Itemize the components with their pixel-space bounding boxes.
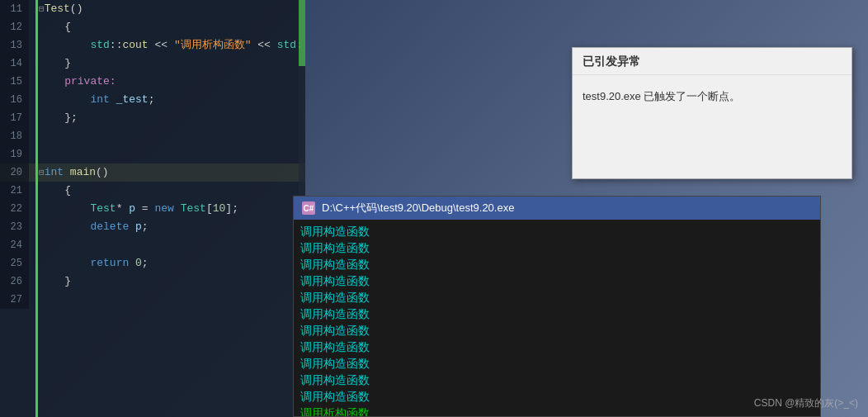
- terminal-line-2: 调用构造函数: [300, 239, 814, 256]
- code-line-26: 26 }: [0, 272, 305, 291]
- code-line-12: 12 {: [0, 18, 305, 36]
- scrollbar-thumb[interactable]: [299, 0, 305, 66]
- terminal-line-12: 调用析构函数: [300, 405, 814, 416]
- exception-titlebar: 已引发异常: [573, 48, 851, 75]
- code-line-11: 11 ⊟Test(): [0, 0, 305, 18]
- code-line-15: 15 private:: [0, 73, 305, 91]
- terminal-line-6: 调用构造函数: [300, 306, 814, 322]
- watermark: CSDN @精致的灰(>_<): [754, 396, 858, 410]
- terminal-line-3: 调用构造函数: [300, 256, 814, 272]
- code-line-22: 22 Test* p = new Test[10];: [0, 200, 305, 218]
- terminal-line-5: 调用构造函数: [300, 289, 814, 306]
- exception-message: test9.20.exe 已触发了一个断点。: [583, 90, 740, 102]
- code-line-24: 24: [0, 236, 305, 254]
- terminal-line-7: 调用构造函数: [300, 322, 814, 339]
- terminal-line-8: 调用构造函数: [300, 339, 814, 355]
- terminal-line-11: 调用构造函数: [300, 388, 814, 405]
- code-line-21: 21 {: [0, 182, 305, 200]
- code-line-25: 25 return 0;: [0, 254, 305, 272]
- code-editor-panel: 11 ⊟Test() 12 { 13 std::cout << "调用析构函数"…: [0, 0, 305, 417]
- terminal-title: D:\C++代码\test9.20\Debug\test9.20.exe: [322, 201, 514, 216]
- active-line-indicator: [35, 0, 38, 417]
- code-line-16: 16 int _test;: [0, 91, 305, 109]
- terminal-window: C# D:\C++代码\test9.20\Debug\test9.20.exe …: [293, 196, 821, 417]
- terminal-icon: C#: [302, 201, 315, 215]
- code-line-19: 19: [0, 145, 305, 163]
- code-line-13: 13 std::cout << "调用析构函数" << std::endl;: [0, 36, 305, 54]
- code-line-18: 18: [0, 127, 305, 145]
- terminal-titlebar: C# D:\C++代码\test9.20\Debug\test9.20.exe: [294, 197, 820, 220]
- code-line-23: 23 delete p;: [0, 218, 305, 236]
- terminal-line-1: 调用构造函数: [300, 223, 814, 239]
- code-line-27: 27: [0, 291, 305, 309]
- exception-body: test9.20.exe 已触发了一个断点。: [573, 75, 851, 119]
- terminal-body: 调用构造函数 调用构造函数 调用构造函数 调用构造函数 调用构造函数 调用构造函…: [294, 220, 820, 416]
- code-line-14: 14 }: [0, 54, 305, 73]
- exception-title: 已引发异常: [583, 54, 640, 68]
- exception-dialog: 已引发异常 test9.20.exe 已触发了一个断点。: [572, 47, 852, 179]
- terminal-line-4: 调用构造函数: [300, 272, 814, 289]
- code-line-17: 17 };: [0, 109, 305, 127]
- terminal-line-10: 调用构造函数: [300, 372, 814, 388]
- terminal-line-9: 调用构造函数: [300, 355, 814, 372]
- code-line-20: 20 ⊟int main(): [0, 163, 305, 182]
